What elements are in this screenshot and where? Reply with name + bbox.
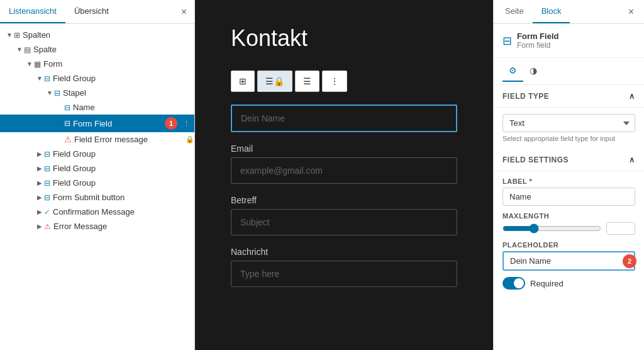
block-subtitle: Form field bbox=[517, 41, 558, 50]
chevron-icon: ▶ bbox=[35, 179, 44, 186]
label-field-label: LABEL * bbox=[502, 178, 635, 185]
form-group-email: Email bbox=[231, 144, 457, 184]
section-fieldtype-header[interactable]: Field Type ∧ bbox=[494, 85, 644, 108]
action-btn[interactable]: ⋮ bbox=[181, 119, 192, 128]
block-title: Form Field bbox=[517, 31, 558, 41]
stack-icon: ⊟ bbox=[54, 89, 60, 98]
tree-item-form-field[interactable]: ⊟ Form Field 1 ⋮ bbox=[0, 115, 194, 132]
submit-icon: ⊟ bbox=[44, 193, 50, 202]
tree-item-field-group-4[interactable]: ▶ ⊟ Field Group bbox=[0, 176, 194, 190]
tree-item-spalten[interactable]: ▼ ⊞ Spalten bbox=[0, 28, 194, 42]
tree-label: Error Message bbox=[53, 222, 194, 231]
nachricht-label: Nachricht bbox=[231, 247, 457, 257]
tree-item-spalte[interactable]: ▼ ▤ Spalte bbox=[0, 42, 194, 57]
chevron-icon: ▼ bbox=[5, 31, 14, 38]
icon-tab-settings[interactable]: ⚙ bbox=[502, 60, 523, 82]
tree-label: Field Group bbox=[53, 149, 194, 159]
name-icon: ⊟ bbox=[64, 103, 70, 112]
block-info: ⊟ Form Field Form field bbox=[494, 24, 644, 58]
collapse-icon: ∧ bbox=[629, 91, 635, 101]
input-betreff[interactable] bbox=[231, 209, 457, 235]
maxlength-number[interactable] bbox=[607, 223, 635, 234]
tree-label: Name bbox=[73, 103, 194, 112]
tree-item-stapel[interactable]: ▼ ⊟ Stapel bbox=[0, 86, 194, 100]
required-toggle[interactable] bbox=[502, 277, 525, 290]
chevron-icon: ▶ bbox=[35, 150, 44, 157]
required-toggle-row: Required bbox=[502, 277, 635, 290]
toolbar-row: ⊞ ☰🔒 ☰ ⋮ bbox=[231, 71, 457, 92]
toolbar-btn-list-lock[interactable]: ☰🔒 bbox=[257, 71, 292, 92]
chevron-icon: ▼ bbox=[45, 89, 54, 96]
placeholder-field-label: PLACEHOLDER bbox=[502, 241, 635, 249]
chevron-icon: ▶ bbox=[35, 165, 44, 172]
tree-label: Form Field bbox=[73, 119, 165, 128]
tree-item-error-message[interactable]: ▶ ⚠ Error Message bbox=[0, 219, 194, 234]
maxlength-slider-row bbox=[502, 222, 635, 235]
block-form-field-icon: ⊟ bbox=[502, 34, 512, 48]
maxlength-field-label: MAXLENGTH bbox=[502, 212, 635, 220]
fieldgroup-icon: ⊟ bbox=[44, 150, 50, 159]
input-name[interactable] bbox=[231, 104, 457, 132]
email-label: Email bbox=[231, 144, 457, 154]
right-tab-block[interactable]: Block bbox=[533, 0, 570, 23]
right-header: Seite Block × bbox=[494, 0, 644, 24]
label-input[interactable] bbox=[502, 188, 635, 206]
item-actions: ⋮ bbox=[181, 119, 192, 128]
form-group-nachricht: Nachricht bbox=[231, 247, 457, 287]
tree-label: Field Error message bbox=[74, 135, 184, 144]
tree-item-name[interactable]: ⊟ Name bbox=[0, 100, 194, 115]
left-panel-close[interactable]: × bbox=[174, 1, 194, 23]
form-title: Kontakt bbox=[231, 25, 457, 52]
tab-uebersicht[interactable]: Übersicht bbox=[65, 0, 118, 23]
tree-label: Spalte bbox=[33, 45, 194, 54]
tab-listenansicht[interactable]: Listenansicht bbox=[0, 0, 65, 23]
icon-row: ⚙ ◑ bbox=[494, 58, 644, 85]
placeholder-input[interactable] bbox=[502, 251, 635, 271]
input-email[interactable] bbox=[231, 157, 457, 184]
chevron-icon: ▶ bbox=[35, 194, 44, 201]
right-panel: Seite Block × ⊟ Form Field Form field ⚙ … bbox=[493, 0, 644, 350]
tree-item-form[interactable]: ▼ ▦ Form bbox=[0, 57, 194, 71]
tree-item-field-group-3[interactable]: ▶ ⊟ Field Group bbox=[0, 161, 194, 176]
form-container: Kontakt ⊞ ☰🔒 ☰ ⋮ Email Betreff Nachricht bbox=[206, 0, 482, 311]
tree-item-field-group-1[interactable]: ▼ ⊟ Field Group bbox=[0, 71, 194, 86]
tree-label: Form Submit button bbox=[53, 193, 194, 202]
form-group-name bbox=[231, 104, 457, 132]
lock-icon: 🔒 bbox=[186, 135, 194, 144]
badge-2: 2 bbox=[623, 254, 636, 268]
tree-item-field-error[interactable]: ⚠ Field Error message 🔒 bbox=[0, 132, 194, 147]
required-toggle-label: Required bbox=[530, 279, 564, 288]
tree-item-form-submit[interactable]: ▶ ⊟ Form Submit button bbox=[0, 190, 194, 205]
toolbar-btn-list[interactable]: ☰ bbox=[295, 71, 319, 92]
right-panel-close[interactable]: × bbox=[621, 1, 641, 23]
section-fieldtype-content: Text Email Textarea Number Tel URL Selec… bbox=[494, 108, 644, 149]
tree-label: Field Group bbox=[53, 178, 194, 188]
left-panel: Listenansicht Übersicht × ▼ ⊞ Spalten ▼ … bbox=[0, 0, 195, 350]
right-tab-seite[interactable]: Seite bbox=[496, 0, 533, 23]
field-type-hint: Select appropriate field type for input bbox=[502, 135, 635, 142]
input-nachricht[interactable] bbox=[231, 261, 457, 287]
tree-label: Field Group bbox=[53, 164, 194, 173]
chevron-icon: ▶ bbox=[35, 208, 44, 215]
toolbar-btn-columns[interactable]: ⊞ bbox=[231, 71, 255, 92]
tree-label: Form bbox=[43, 59, 194, 69]
toolbar-btn-more[interactable]: ⋮ bbox=[322, 71, 347, 92]
right-body: Field Type ∧ Text Email Textarea Number … bbox=[494, 85, 644, 350]
tree-label: Spalten bbox=[23, 30, 194, 40]
chevron-icon: ▼ bbox=[15, 46, 24, 53]
fieldgroup-icon: ⊟ bbox=[44, 179, 50, 188]
tree-item-field-group-2[interactable]: ▶ ⊟ Field Group bbox=[0, 147, 194, 161]
fieldgroup-icon: ⊟ bbox=[44, 164, 50, 173]
form-icon: ▦ bbox=[34, 60, 41, 69]
tree-item-confirmation[interactable]: ▶ ✓ Confirmation Message bbox=[0, 205, 194, 219]
chevron-icon: ▶ bbox=[35, 223, 44, 230]
icon-tab-style[interactable]: ◑ bbox=[523, 60, 543, 82]
betreff-label: Betreff bbox=[231, 195, 457, 205]
confirm-icon: ✓ bbox=[44, 208, 50, 217]
tree-label: Confirmation Message bbox=[53, 207, 194, 217]
field-type-select[interactable]: Text Email Textarea Number Tel URL bbox=[502, 114, 635, 132]
columns-icon: ⊞ bbox=[14, 31, 20, 40]
badge-1: 1 bbox=[165, 117, 177, 130]
section-fieldsettings-header[interactable]: Field settings ∧ bbox=[494, 149, 644, 171]
maxlength-slider[interactable] bbox=[502, 223, 601, 234]
